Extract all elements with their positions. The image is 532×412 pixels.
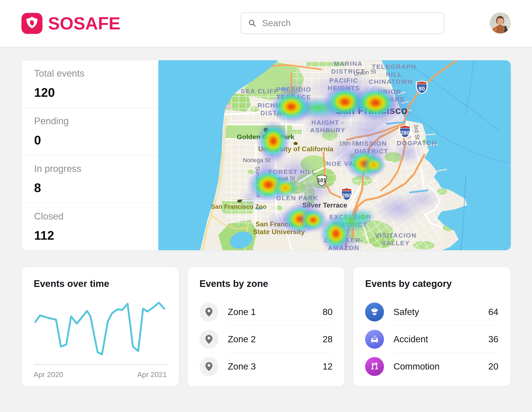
events-by-category-card: Events by category Safety64Accident36Com… xyxy=(353,267,511,386)
category-value: 36 xyxy=(488,334,498,345)
card-title: Events over time xyxy=(34,278,167,289)
location-pin-icon xyxy=(200,357,218,376)
category-row[interactable]: Commotion20 xyxy=(365,353,498,380)
zone-label: Zone 3 xyxy=(228,361,256,372)
category-list: Safety64Accident36Commotion20 xyxy=(365,298,498,380)
zone-value: 12 xyxy=(323,361,333,372)
x-axis-line xyxy=(34,364,167,365)
zone-label: Zone 1 xyxy=(228,307,256,317)
stat-label: Closed xyxy=(34,211,158,222)
main-content: Total events120Pending0In progress8Close… xyxy=(21,60,511,386)
category-label: Safety xyxy=(393,307,419,317)
search-icon xyxy=(247,19,257,28)
interstate-shield: 280 xyxy=(399,125,411,138)
events-line-chart: Apr 2020 Apr 2021 xyxy=(34,298,167,379)
events-by-zone-card: Events by zone Zone 180Zone 228Zone 312 xyxy=(187,267,345,386)
stat-row[interactable]: Closed112 xyxy=(22,203,158,250)
category-value: 64 xyxy=(488,307,498,317)
sosafe-logo[interactable]: SOSAFE xyxy=(21,13,120,34)
stat-value: 8 xyxy=(34,181,158,195)
zone-row[interactable]: Zone 312 xyxy=(200,353,333,380)
zone-list: Zone 180Zone 228Zone 312 xyxy=(200,298,333,380)
category-label: Commotion xyxy=(393,361,439,372)
category-row[interactable]: Accident36 xyxy=(365,326,498,353)
overview-card: Total events120Pending0In progress8Close… xyxy=(21,60,511,250)
car-crash-icon xyxy=(365,330,384,349)
card-title: Events by zone xyxy=(200,278,333,289)
zone-row[interactable]: Zone 180 xyxy=(200,298,333,325)
stats-panel: Total events120Pending0In progress8Close… xyxy=(22,60,158,250)
stat-value: 0 xyxy=(34,133,158,147)
zone-value: 28 xyxy=(323,334,333,345)
brand-name: SOSAFE xyxy=(48,13,120,34)
stat-row[interactable]: In progress8 xyxy=(22,156,158,203)
svg-text:280: 280 xyxy=(400,130,409,136)
zone-row[interactable]: Zone 228 xyxy=(200,326,333,353)
chart-line-series xyxy=(35,303,164,355)
svg-text:101: 101 xyxy=(317,177,326,183)
map-label: SEA CLIFF xyxy=(241,87,278,95)
san-francisco-heatmap[interactable]: MARINADISTRICTTELEGRAPHHILLUnion StPACIF… xyxy=(158,60,511,250)
analytics-row: Events over time Apr 2020 Apr 2021 Event… xyxy=(21,267,511,386)
events-over-time-card: Events over time Apr 2020 Apr 2021 xyxy=(21,267,179,386)
category-label: Accident xyxy=(393,334,428,345)
location-pin-icon xyxy=(200,303,218,321)
location-pin-icon xyxy=(200,330,218,349)
shield-logo-icon xyxy=(21,13,42,34)
svg-text:80: 80 xyxy=(419,86,425,92)
police-officer-icon xyxy=(365,303,384,321)
zone-label: Zone 2 xyxy=(228,334,256,345)
app-header: SOSAFE xyxy=(0,0,532,47)
stat-value: 120 xyxy=(34,85,158,100)
card-title: Events by category xyxy=(365,278,498,289)
zone-value: 80 xyxy=(323,307,333,317)
sosafe-dashboard: SOSAFE xyxy=(0,0,532,412)
x-axis-label-start: Apr 2020 xyxy=(34,370,63,379)
heatmap-container: MARINADISTRICTTELEGRAPHHILLUnion StPACIF… xyxy=(158,60,511,250)
svg-text:280: 280 xyxy=(342,192,351,199)
stat-label: In progress xyxy=(34,163,158,174)
stat-label: Total events xyxy=(34,68,158,79)
category-row[interactable]: Safety64 xyxy=(365,298,498,325)
avatar-photo xyxy=(490,12,511,33)
stat-row[interactable]: Pending0 xyxy=(22,108,158,156)
search-input[interactable] xyxy=(262,18,437,29)
interstate-shield: 280 xyxy=(341,187,352,201)
stat-value: 112 xyxy=(34,228,158,242)
stat-row[interactable]: Total events120 xyxy=(22,60,158,108)
user-avatar[interactable] xyxy=(490,12,511,33)
search-bar[interactable] xyxy=(241,12,444,34)
category-value: 20 xyxy=(488,361,498,372)
x-axis-label-end: Apr 2021 xyxy=(137,370,167,379)
people-fighting-icon xyxy=(365,357,384,376)
stat-label: Pending xyxy=(34,116,158,126)
